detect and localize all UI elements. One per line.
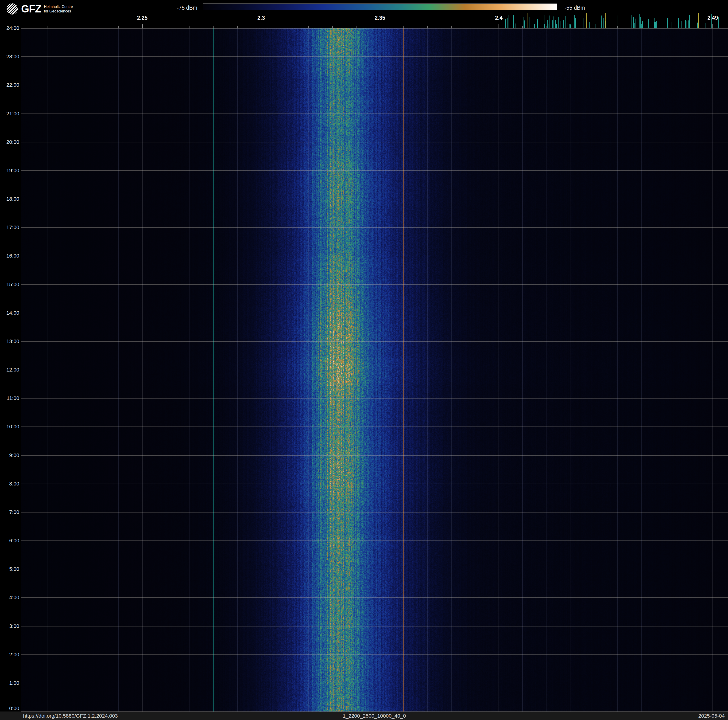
x-axis-tick xyxy=(713,24,713,28)
x-axis-tick xyxy=(475,26,475,28)
channel-marker-tick xyxy=(569,24,570,28)
channel-marker-tick xyxy=(655,22,656,28)
channel-marker-tick xyxy=(584,18,584,28)
channel-marker-tick xyxy=(686,21,687,28)
y-tick-label: 18:00 xyxy=(0,196,19,202)
channel-marker-tick xyxy=(537,19,538,28)
channel-marker-tick xyxy=(634,23,635,28)
y-tick-label: 5:00 xyxy=(0,566,19,572)
x-axis-tick xyxy=(499,24,499,28)
y-tick-label: 21:00 xyxy=(0,111,19,117)
channel-marker-tick xyxy=(572,15,572,28)
channel-marker-tick xyxy=(633,17,634,28)
channel-marker-tick xyxy=(563,20,564,28)
channel-marker-tick xyxy=(598,20,598,28)
y-tick-label: 7:00 xyxy=(0,509,19,515)
dataset-name: 1_2200_2500_10000_40_0 xyxy=(343,713,406,719)
x-tick-label: 2.49 xyxy=(707,15,718,21)
channel-marker-tick xyxy=(567,23,568,28)
channel-marker-tick xyxy=(523,17,523,28)
x-axis-tick xyxy=(356,26,356,28)
channel-marker-tick xyxy=(605,21,605,28)
channel-marker-tick xyxy=(608,23,608,28)
channel-marker-tick xyxy=(631,15,632,28)
y-tick-label: 23:00 xyxy=(0,54,19,60)
x-axis-tick xyxy=(284,26,285,28)
y-tick-label: 2:00 xyxy=(0,652,19,658)
channel-marker-tick xyxy=(681,21,682,28)
gfz-logo: GFZ Helmholtz Centre for Geosciences xyxy=(6,3,73,15)
y-tick-label: 17:00 xyxy=(0,224,19,231)
channel-marker-tick xyxy=(635,18,635,28)
y-tick-label: 16:00 xyxy=(0,253,19,259)
channel-marker-tick xyxy=(505,19,506,28)
channel-marker-tick xyxy=(671,16,671,28)
channel-marker-tick xyxy=(591,23,591,28)
y-tick-label: 3:00 xyxy=(0,623,19,629)
doi-link[interactable]: https://doi.org/10.5880/GFZ.1.2.2024.003 xyxy=(23,713,118,719)
x-axis-tick xyxy=(380,24,380,28)
channel-marker-tick xyxy=(561,21,561,28)
logo-subtitle-line2: for Geosciences xyxy=(44,9,71,13)
channel-marker-tick xyxy=(549,20,549,28)
channel-marker-tick xyxy=(513,15,514,28)
channel-marker-tick xyxy=(515,23,515,28)
y-tick-label: 11:00 xyxy=(0,395,19,401)
channel-marker-tick xyxy=(563,18,563,28)
y-tick-label: 24:00 xyxy=(0,25,19,31)
channel-marker-tick xyxy=(566,16,566,28)
spectrogram-canvas xyxy=(21,28,728,712)
x-axis-tick xyxy=(522,26,523,28)
colorbar-min-label: -75 dBm xyxy=(143,5,197,11)
y-tick-label: 4:00 xyxy=(0,594,19,601)
x-axis-tick xyxy=(689,26,689,28)
y-tick-label: 10:00 xyxy=(0,424,19,430)
x-axis-tick xyxy=(237,26,238,28)
x-axis-tick xyxy=(142,24,142,28)
header-bar: GFZ Helmholtz Centre for Geosciences -75… xyxy=(0,0,728,28)
logo-acronym: GFZ xyxy=(21,4,41,14)
logo-subtitle: Helmholtz Centre for Geosciences xyxy=(44,5,73,14)
channel-marker-tick xyxy=(601,15,602,28)
y-tick-label: 13:00 xyxy=(0,339,19,345)
channel-marker-tick xyxy=(688,20,688,28)
date-label: 2025-05-04 xyxy=(698,713,725,719)
channel-marker-tick xyxy=(548,20,548,28)
channel-marker-tick xyxy=(529,17,530,28)
channel-marker-tick xyxy=(508,18,508,28)
channel-marker-tick xyxy=(541,18,541,28)
y-tick-label: 9:00 xyxy=(0,452,19,458)
channel-marker-tick xyxy=(656,21,657,28)
y-tick-label: 15:00 xyxy=(0,282,19,288)
channel-marker-tick xyxy=(574,15,575,28)
x-axis-tick xyxy=(546,26,546,28)
channel-marker-tick xyxy=(641,24,642,28)
x-axis-tick xyxy=(404,26,404,28)
y-tick-label: 0:00 xyxy=(0,705,19,712)
channel-marker-tick xyxy=(519,24,519,28)
channel-marker-yellow-tick xyxy=(527,13,528,28)
channel-marker-tick xyxy=(648,19,649,28)
channel-marker-tick xyxy=(525,20,525,28)
channel-marker-tick xyxy=(570,25,570,28)
x-tick-label: 2.4 xyxy=(495,15,503,21)
channel-marker-yellow-tick xyxy=(586,13,587,28)
channel-marker-tick xyxy=(556,24,557,28)
channel-marker-tick xyxy=(538,23,538,28)
gfz-logo-icon xyxy=(6,3,18,15)
channel-marker-tick xyxy=(596,24,596,28)
channel-marker-tick xyxy=(617,15,617,28)
channel-marker-tick xyxy=(589,22,590,28)
channel-marker-tick xyxy=(711,14,711,28)
y-tick-label: 12:00 xyxy=(0,367,19,373)
channel-marker-tick xyxy=(668,19,668,28)
channel-marker-tick xyxy=(689,15,690,28)
x-tick-label: 2.25 xyxy=(137,15,148,21)
channel-marker-tick xyxy=(558,17,559,28)
x-tick-label: 2.35 xyxy=(375,15,385,21)
y-tick-label: 19:00 xyxy=(0,167,19,174)
x-axis-tick xyxy=(451,26,451,28)
y-tick-label: 8:00 xyxy=(0,481,19,487)
channel-marker-tick xyxy=(534,24,535,28)
x-axis-tick xyxy=(332,26,333,28)
